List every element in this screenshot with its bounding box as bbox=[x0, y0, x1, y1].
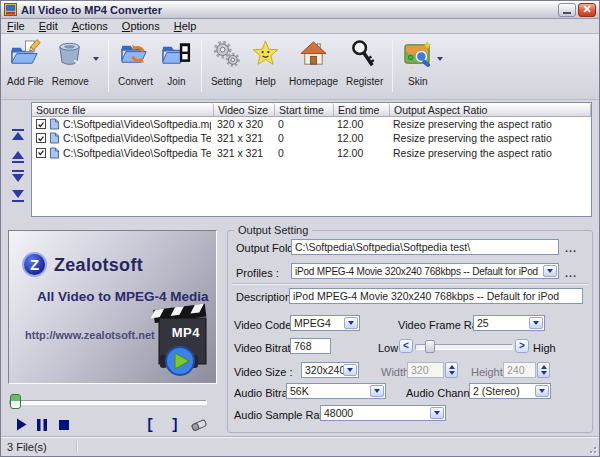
menu-file[interactable]: File bbox=[1, 20, 33, 32]
chevron-down-icon[interactable] bbox=[343, 364, 357, 376]
clear-button[interactable] bbox=[190, 417, 208, 432]
menu-help[interactable]: Help bbox=[168, 20, 205, 32]
move-down-button[interactable] bbox=[10, 170, 26, 182]
audio-channels-select[interactable]: 2 (Stereo) bbox=[469, 383, 551, 399]
toolbar-register-button[interactable]: Register bbox=[342, 37, 387, 87]
chevron-down-icon[interactable] bbox=[529, 317, 543, 329]
bitrate-slider-left-button[interactable]: < bbox=[399, 339, 413, 353]
start-time: 0 bbox=[275, 147, 334, 159]
column-start-time[interactable]: Start time bbox=[275, 103, 334, 117]
close-button[interactable]: ✕ bbox=[578, 3, 596, 17]
chevron-down-icon[interactable] bbox=[535, 385, 549, 397]
profiles-label: Profiles : bbox=[236, 267, 279, 279]
video-file-icon bbox=[49, 118, 60, 130]
resize-grip[interactable] bbox=[585, 442, 597, 454]
height-input[interactable]: 240 bbox=[503, 362, 536, 378]
app-window: All Video to MP4 Converter ✕ FileEditAct… bbox=[0, 0, 600, 457]
row-checkbox[interactable] bbox=[36, 148, 46, 158]
chevron-down-icon[interactable] bbox=[437, 57, 443, 61]
column-source-file[interactable]: Source file bbox=[32, 103, 214, 117]
status-divider bbox=[76, 441, 77, 453]
remove-trash-icon bbox=[55, 39, 86, 76]
pause-button[interactable] bbox=[35, 417, 49, 432]
stop-button[interactable] bbox=[57, 417, 71, 432]
video-file-icon bbox=[49, 132, 60, 144]
mp4-badge-label: MP4 bbox=[172, 325, 200, 340]
move-to-top-button[interactable] bbox=[10, 129, 26, 141]
profiles-select[interactable]: iPod MPEG-4 Movie 320x240 768kbps -- Def… bbox=[291, 263, 559, 279]
start-time: 0 bbox=[275, 132, 334, 144]
register-key-icon bbox=[349, 39, 380, 76]
source-file: C:\Softpedia\Video\Softpedia.mpeg bbox=[63, 118, 211, 130]
move-up-button[interactable] bbox=[10, 151, 26, 163]
menu-edit[interactable]: Edit bbox=[33, 20, 66, 32]
toolbar-homepage-button[interactable]: Homepage bbox=[285, 37, 342, 87]
chevron-down-icon[interactable] bbox=[370, 385, 384, 397]
seek-slider-thumb[interactable] bbox=[10, 394, 21, 409]
column-output-aspect-ratio[interactable]: Output Aspect Ratio bbox=[390, 103, 591, 117]
column-end-time[interactable]: End time bbox=[334, 103, 390, 117]
end-time: 12.00 bbox=[334, 132, 390, 144]
video-frame-rate-select[interactable]: 25 bbox=[473, 315, 545, 331]
toolbar-remove-button[interactable]: Remove bbox=[48, 37, 93, 87]
chevron-down-icon[interactable] bbox=[430, 407, 444, 419]
output-folder-input[interactable]: C:\Softpedia\Softpedia\Softpedia test\ bbox=[291, 239, 559, 255]
audio-sample-rate-select[interactable]: 48000 bbox=[320, 405, 446, 421]
menu-options[interactable]: Options bbox=[116, 20, 168, 32]
skin-picture-icon bbox=[402, 39, 433, 76]
toolbar-join-button[interactable]: Join bbox=[157, 37, 196, 87]
status-bar: 3 File(s) bbox=[1, 436, 599, 456]
menu-bar: FileEditActionsOptionsHelp bbox=[1, 19, 599, 34]
source-file: C:\Softpedia\Video\Softpedia Teste... bbox=[63, 132, 211, 144]
toolbar-button-label: Skin bbox=[408, 76, 427, 87]
chevron-down-icon[interactable] bbox=[543, 265, 557, 277]
width-stepper[interactable] bbox=[445, 362, 458, 378]
end-time: 12.00 bbox=[334, 147, 390, 159]
video-file-icon bbox=[49, 147, 60, 159]
chevron-down-icon[interactable] bbox=[93, 57, 99, 61]
column-video-size[interactable]: Video Size bbox=[214, 103, 275, 117]
description-input[interactable]: iPod MPEG-4 Movie 320x240 768kbps -- Def… bbox=[289, 288, 583, 304]
row-checkbox[interactable] bbox=[36, 119, 46, 129]
height-stepper[interactable] bbox=[537, 362, 550, 378]
video-codec-select[interactable]: MPEG4 bbox=[290, 315, 360, 331]
minimize-button[interactable] bbox=[558, 3, 576, 17]
table-row[interactable]: C:\Softpedia\Video\Softpedia Teste...321… bbox=[32, 131, 591, 145]
width-input[interactable]: 320 bbox=[407, 362, 444, 378]
toolbar-setting-button[interactable]: Setting bbox=[207, 37, 246, 87]
toolbar-add-file-button[interactable]: Add File bbox=[3, 37, 48, 87]
group-separator bbox=[232, 283, 589, 284]
move-to-bottom-button[interactable] bbox=[10, 190, 26, 202]
mark-start-button[interactable]: [ bbox=[144, 417, 156, 432]
toolbar-convert-button[interactable]: Convert bbox=[114, 37, 157, 87]
seek-slider-track[interactable] bbox=[9, 400, 207, 405]
brand-name: Zealotsoft bbox=[54, 255, 143, 276]
table-row[interactable]: C:\Softpedia\Video\Softpedia.mpeg320 x 3… bbox=[32, 117, 591, 131]
mark-end-button[interactable]: ] bbox=[169, 417, 181, 432]
output-folder-browse-button[interactable]: ... bbox=[565, 244, 577, 256]
audio-bitrate-select[interactable]: 56K bbox=[286, 383, 386, 399]
file-list: Source fileVideo SizeStart timeEnd timeO… bbox=[31, 102, 592, 217]
menu-actions[interactable]: Actions bbox=[66, 20, 116, 32]
video-size: 321 x 321 bbox=[214, 132, 275, 144]
help-star-icon bbox=[250, 39, 281, 76]
row-checkbox[interactable] bbox=[36, 133, 46, 143]
video-size-label: Video Size : bbox=[234, 366, 293, 378]
toolbar-skin-button[interactable]: Skin bbox=[398, 37, 437, 87]
toolbar-button-label: Remove bbox=[52, 76, 89, 87]
table-row[interactable]: C:\Softpedia\Video\Softpedia Teste...321… bbox=[32, 146, 591, 160]
output-aspect-ratio: Resize preserving the aspect ratio bbox=[390, 118, 591, 130]
chevron-down-icon[interactable] bbox=[344, 317, 358, 329]
play-button[interactable] bbox=[14, 417, 28, 432]
mp4-badge-icon: MP4 bbox=[146, 303, 210, 379]
video-size: 320 x 320 bbox=[214, 118, 275, 130]
video-bitrate-input[interactable]: 768 bbox=[290, 338, 331, 354]
output-aspect-ratio: Resize preserving the aspect ratio bbox=[390, 147, 591, 159]
video-size-select[interactable]: 320x240 bbox=[301, 362, 359, 378]
website-link[interactable]: http://www.zealotsoft.net bbox=[25, 329, 155, 341]
bitrate-slider-thumb[interactable] bbox=[425, 340, 435, 353]
bitrate-slider-right-button[interactable]: > bbox=[515, 339, 529, 353]
profiles-browse-button[interactable]: ... bbox=[565, 269, 577, 281]
homepage-house-icon bbox=[298, 39, 329, 76]
toolbar-help-button[interactable]: Help bbox=[246, 37, 285, 87]
